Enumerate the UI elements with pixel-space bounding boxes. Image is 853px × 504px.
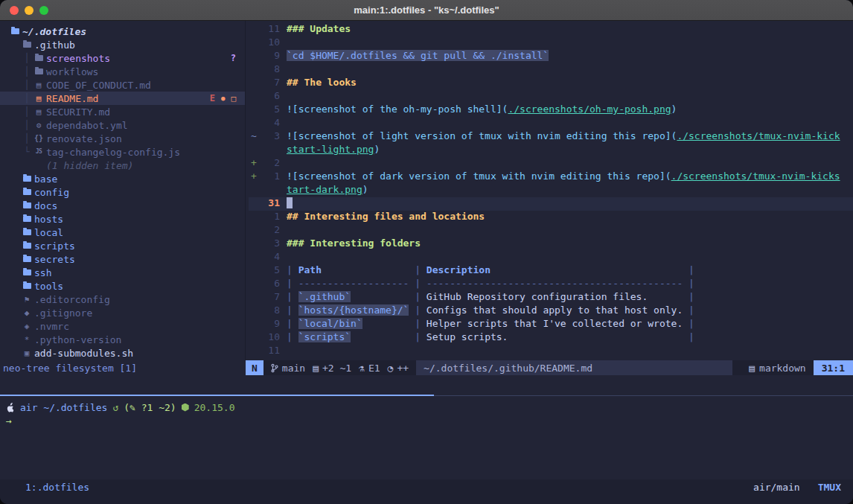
tree-item-.python-version[interactable]: *.python-version: [0, 333, 245, 346]
tree-item-label: base: [33, 173, 57, 185]
minimize-button[interactable]: [25, 6, 33, 15]
tree-item-scripts[interactable]: scripts: [0, 239, 245, 252]
gutter-sign: [249, 264, 259, 278]
file-path: ~/.dotfiles/.github/README.md: [416, 360, 732, 375]
gutter-sign: +: [249, 157, 259, 170]
unstaged-marker: □: [231, 94, 236, 103]
editor-line-wrap[interactable]: tart-dark.png): [249, 184, 853, 197]
gutter-sign: [249, 331, 259, 345]
editor-line-11[interactable]: 11: [249, 345, 853, 358]
tree-item-.github[interactable]: .github: [0, 38, 245, 51]
diff-icon: ▤: [313, 363, 319, 374]
line-number: 9: [259, 50, 280, 63]
tree-item-label: add-submodules.sh: [33, 348, 133, 359]
editor-line-4[interactable]: 4: [249, 251, 853, 264]
tree-item-hosts[interactable]: hosts: [0, 212, 245, 226]
editor-line-5[interactable]: 5![screenshot of the oh-my-posh shell](.…: [249, 103, 853, 117]
editor-line-5[interactable]: 5| Path | Description |: [249, 264, 853, 278]
tree-item-add-submodules.sh[interactable]: ▣add-submodules.sh: [0, 346, 245, 360]
gutter-sign: [249, 144, 259, 157]
hexagon-icon: ◈: [21, 322, 33, 331]
editor-line-9[interactable]: 9`cd $HOME/.dotfiles && git pull && ./in…: [249, 50, 853, 63]
tree-item-renovate.json[interactable]: │{}renovate.json: [0, 132, 245, 145]
tree-item-label: config: [33, 187, 69, 198]
gutter-sign: [249, 184, 259, 197]
tmux-window-label[interactable]: 1:.dotfiles: [25, 482, 89, 493]
tree-item-code-of-conduct.md[interactable]: │▤CODE_OF_CONDUCT.md: [0, 78, 245, 92]
tree-item-secrets[interactable]: secrets: [0, 252, 245, 266]
line-content: ![screenshot of the oh-my-posh shell](./…: [287, 103, 853, 117]
tree-item-readme.md[interactable]: │▤README.mdE●□: [0, 92, 245, 105]
line-number: 2: [259, 224, 280, 237]
editor-line-2[interactable]: +2: [249, 157, 853, 170]
line-number: [259, 184, 280, 197]
gutter-sign: [249, 197, 259, 211]
line-content: [287, 157, 853, 170]
markdown-file-icon: ▤: [33, 81, 45, 89]
file-tree: ~/.dotfiles.github│screenshots?│workflow…: [0, 25, 245, 360]
editor-line-9[interactable]: 9| `local/bin` | Helper scripts that I'v…: [249, 318, 853, 331]
editor-line-7[interactable]: 7## The looks: [249, 77, 853, 90]
editor-line-8[interactable]: 8: [249, 63, 853, 77]
editor-line-31[interactable]: 31: [249, 197, 853, 211]
editor-line-3[interactable]: 3### Interesting folders: [249, 237, 853, 251]
tree-item-ssh[interactable]: ssh: [0, 266, 245, 279]
editor-line-2[interactable]: 2: [249, 224, 853, 237]
tree-item-config[interactable]: config: [0, 185, 245, 199]
tree-item-dependabot.yml[interactable]: │⚙dependabot.yml: [0, 118, 245, 132]
tree-item-markers: ?: [231, 53, 245, 63]
tree-item-workflows[interactable]: │workflows: [0, 65, 245, 78]
editor-line-4[interactable]: 4: [249, 117, 853, 130]
tree-item-label: renovate.json: [45, 133, 122, 144]
diamond-icon: ◆: [21, 309, 33, 317]
editor-line-10[interactable]: 10: [249, 36, 853, 50]
line-content: [287, 36, 853, 50]
status-strip: neo-tree filesystem [1] N main▤+2 ~1⚗E1◔…: [0, 360, 853, 375]
line-number: 9: [259, 318, 280, 331]
gutter-sign: [249, 224, 259, 237]
gutter-sign: [249, 304, 259, 318]
zoom-button[interactable]: [39, 6, 48, 15]
gutter-sign: [249, 278, 259, 291]
tree-item-tag-changelog-config.js[interactable]: └JStag-changelog-config.js: [0, 145, 245, 159]
tree-item-.editorconfig[interactable]: ⚑.editorconfig: [0, 293, 245, 306]
editor-line-10[interactable]: 10| `scripts` | Setup scripts. |: [249, 331, 853, 345]
tree-item-markers: E●□: [210, 93, 245, 103]
flag-icon: ⚑: [21, 296, 33, 304]
line-number: 4: [259, 251, 280, 264]
tree-item-.nvmrc[interactable]: ◈.nvmrc: [0, 319, 245, 333]
editor-line-6[interactable]: 6| ------------------- | ---------------…: [249, 278, 853, 291]
line-number: 6: [259, 90, 280, 103]
line-content: ## Interesting files and locations: [287, 211, 853, 224]
editor-line-wrap[interactable]: start-light.png): [249, 144, 853, 157]
line-number: 1: [259, 170, 280, 184]
editor-line-7[interactable]: 7| `.github` | GitHub Repository configu…: [249, 291, 853, 304]
folder-icon: [21, 269, 33, 275]
gutter-sign: [249, 103, 259, 117]
neo-tree-sidebar[interactable]: ~/.dotfiles.github│screenshots?│workflow…: [0, 21, 246, 360]
tree-item-label: tools: [33, 281, 63, 292]
editor-line-8[interactable]: 8| `hosts/{hostname}/` | Configs that sh…: [249, 304, 853, 318]
editor-line-1[interactable]: 1## Interesting files and locations: [249, 211, 853, 224]
markdown-file-icon: ▤: [33, 108, 45, 116]
editor-line-11[interactable]: 11### Updates: [249, 23, 853, 36]
tree-item-local[interactable]: local: [0, 226, 245, 239]
tree-item-docs[interactable]: docs: [0, 199, 245, 212]
tree-item-.dotfiles[interactable]: ~/.dotfiles: [0, 25, 245, 38]
tree-item-screenshots[interactable]: │screenshots?: [0, 51, 245, 65]
gutter-sign: [249, 291, 259, 304]
tree-item-1-hidden-item[interactable]: (1 hidden item): [0, 159, 245, 172]
folder-icon: [21, 243, 33, 249]
editor-line-6[interactable]: 6: [249, 90, 853, 103]
editor-line-1[interactable]: +1![screenshot of dark version of tmux w…: [249, 170, 853, 184]
editor-pane[interactable]: 11### Updates109`cd $HOME/.dotfiles && g…: [246, 21, 853, 360]
close-button[interactable]: [10, 6, 19, 15]
apple-icon: [6, 402, 15, 412]
tree-item-base[interactable]: base: [0, 172, 245, 185]
tree-item-security.md[interactable]: │▤SECURITY.md: [0, 105, 245, 118]
editor-line-3[interactable]: ~3![screenshot of light version of tmux …: [249, 130, 853, 144]
tree-guide: │: [21, 133, 33, 144]
tree-item-.gitignore[interactable]: ◆.gitignore: [0, 306, 245, 319]
shell-pane[interactable]: air ~/.dotfiles↺(✎ ?1 ~2)20.15.0 →: [0, 396, 853, 479]
tree-item-tools[interactable]: tools: [0, 279, 245, 293]
